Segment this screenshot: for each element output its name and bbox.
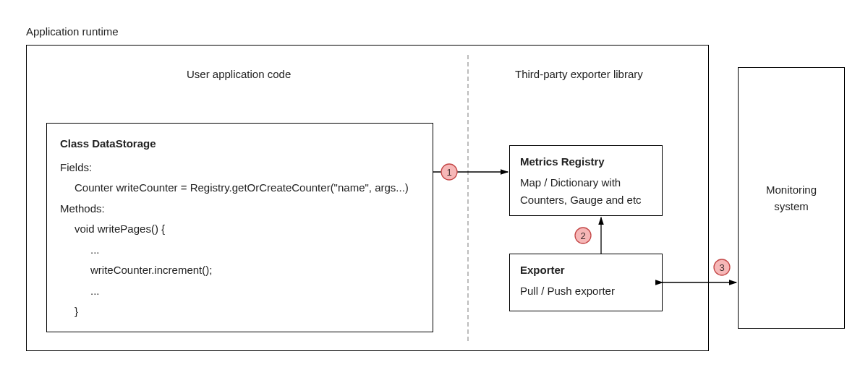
code-ellipsis: ... [60, 281, 421, 302]
registry-title: Metrics Registry [520, 153, 652, 170]
runtime-label: Application runtime [26, 25, 119, 38]
methods-label: Methods: [60, 199, 421, 220]
monitor-line1: Monitoring [766, 183, 817, 196]
third-party-lib-title: Third-party exporter library [515, 68, 643, 80]
exporter-desc: Pull / Push exporter [520, 282, 652, 299]
monitoring-system-box: Monitoring system [738, 67, 845, 329]
class-datastorage-box: Class DataStorage Fields: Counter writeC… [46, 123, 433, 332]
method-signature: void writePages() { [60, 219, 421, 240]
class-title: Class DataStorage [60, 134, 421, 155]
monitor-line2: system [774, 200, 809, 212]
method-body: writeCounter.increment(); [60, 260, 421, 281]
brace-close: } [60, 301, 421, 322]
field-declaration: Counter writeCounter = Registry.getOrCre… [60, 178, 421, 199]
code-ellipsis: ... [60, 240, 421, 261]
exporter-box: Exporter Pull / Push exporter [509, 254, 663, 311]
fields-label: Fields: [60, 157, 421, 178]
registry-desc: Map / Dictionary with Counters, Gauge an… [520, 174, 652, 208]
section-divider [467, 55, 469, 341]
metrics-registry-box: Metrics Registry Map / Dictionary with C… [509, 145, 663, 216]
step-3-badge: 3 [714, 259, 730, 275]
svg-text:3: 3 [719, 262, 724, 273]
svg-point-4 [714, 259, 730, 275]
user-app-code-title: User application code [187, 68, 291, 80]
exporter-title: Exporter [520, 262, 652, 278]
